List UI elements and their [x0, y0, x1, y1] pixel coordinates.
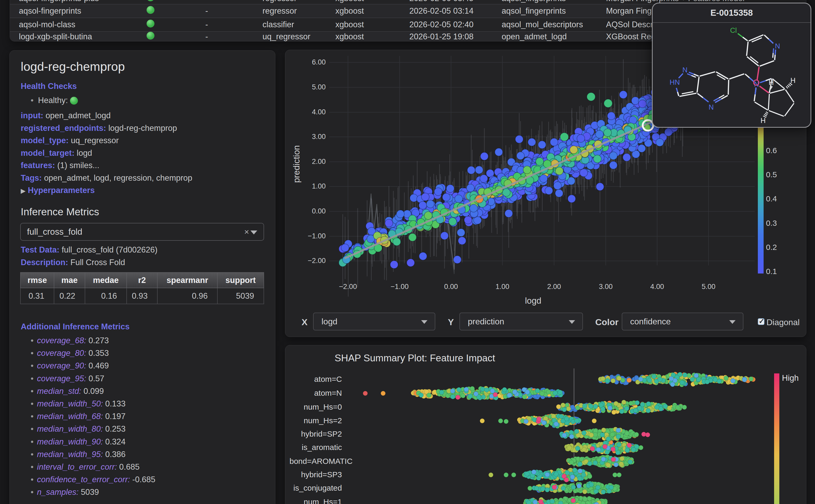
- svg-text:N: N: [682, 66, 688, 74]
- svg-text:H: H: [760, 117, 766, 125]
- svg-text:H: H: [790, 77, 796, 84]
- svg-text:N: N: [709, 103, 714, 111]
- svg-text:Cl: Cl: [730, 26, 737, 34]
- svg-text:HN: HN: [670, 78, 680, 86]
- svg-text:N: N: [775, 42, 780, 50]
- svg-text:H: H: [769, 79, 774, 87]
